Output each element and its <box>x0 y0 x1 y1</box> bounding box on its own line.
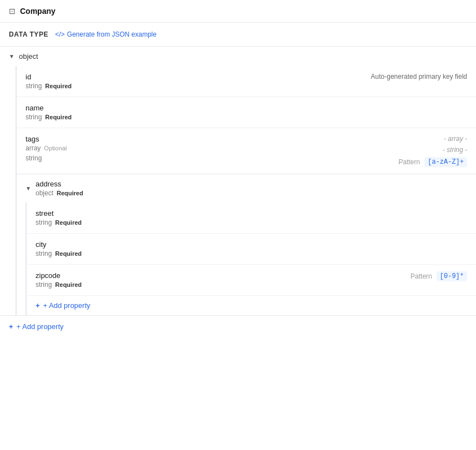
property-name-zipcode: zipcode <box>36 271 82 280</box>
property-left-id: id string Required <box>26 73 72 90</box>
property-left-name: name string Required <box>26 104 72 121</box>
property-row-tags: tags array Optional string - array - - s… <box>17 128 476 174</box>
property-name-street: street <box>36 209 82 218</box>
property-badge-tags: Optional <box>44 145 67 151</box>
property-type-street: string <box>36 219 52 226</box>
property-meta-city: string Required <box>36 250 82 257</box>
property-meta-tags: array Optional <box>26 144 67 152</box>
address-type: object <box>36 189 53 197</box>
property-badge-zipcode: Required <box>55 281 82 288</box>
tags-pattern-value: [a-zA-Z]+ <box>424 157 467 167</box>
property-left-street: street string Required <box>36 209 82 226</box>
generate-from-json-link[interactable]: </> Generate from JSON example <box>55 31 157 38</box>
property-subtype-tags: string <box>26 154 67 162</box>
address-left: address object Required <box>36 180 83 197</box>
tags-pattern-label: Pattern <box>398 158 420 166</box>
plus-icon-nested: + <box>36 301 40 310</box>
array-label: - array - <box>444 135 467 143</box>
schema-container: ▼ object id string Required Auto-generat… <box>0 47 476 337</box>
zipcode-pattern-label: Pattern <box>410 272 432 280</box>
property-meta-name: string Required <box>26 113 72 121</box>
property-row-street: street string Required <box>27 203 476 233</box>
property-row-id: id string Required Auto-generated primar… <box>17 66 476 97</box>
property-row-city: city string Required <box>27 233 476 264</box>
property-name-id: id <box>26 73 72 81</box>
code-icon: </> <box>55 31 64 38</box>
header-title: Company <box>20 7 56 16</box>
property-badge-city: Required <box>55 250 82 257</box>
zipcode-pattern-value: [0-9]* <box>437 271 467 281</box>
property-type-zipcode: string <box>36 281 52 289</box>
property-meta-zipcode: string Required <box>36 281 82 289</box>
root-object-label: object <box>19 52 38 60</box>
string-label: - string - <box>443 146 467 154</box>
address-object-row[interactable]: ▼ address object Required <box>17 174 476 203</box>
property-type-name: string <box>26 113 42 121</box>
property-type-id: string <box>26 82 42 90</box>
address-name: address <box>36 180 83 188</box>
address-add-property-label: + Add property <box>43 301 91 310</box>
outer-add-property-button[interactable]: + + Add property <box>0 315 476 337</box>
address-badge: Required <box>57 190 83 196</box>
property-right-tags: - array - - string - Pattern [a-zA-Z]+ <box>356 135 467 167</box>
address-meta: object Required <box>36 189 83 197</box>
company-icon: ⊡ <box>9 7 16 16</box>
chevron-down-icon: ▼ <box>9 53 16 59</box>
property-badge-street: Required <box>55 219 82 226</box>
root-object-row[interactable]: ▼ object <box>0 47 476 66</box>
zipcode-pattern-row: Pattern [0-9]* <box>410 271 467 281</box>
address-nested-properties: street string Required city string Requi… <box>26 203 476 315</box>
property-right-zipcode: Pattern [0-9]* <box>356 271 467 281</box>
property-type-tags: array <box>26 144 41 152</box>
auto-generated-text: Auto-generated primary key field <box>371 73 467 80</box>
property-row-zipcode: zipcode string Required Pattern [0-9]* <box>27 264 476 295</box>
property-name-tags: tags <box>26 135 67 143</box>
property-left-tags: tags array Optional string <box>26 135 67 162</box>
property-left-zipcode: zipcode string Required <box>36 271 82 289</box>
root-properties-container: id string Required Auto-generated primar… <box>16 66 476 315</box>
tags-pattern-row: Pattern [a-zA-Z]+ <box>398 157 467 167</box>
property-type-city: string <box>36 250 52 257</box>
generate-link-text: Generate from JSON example <box>67 31 157 38</box>
property-name-city: city <box>36 240 82 249</box>
property-right-id: Auto-generated primary key field <box>356 73 467 80</box>
property-badge-name: Required <box>45 114 72 120</box>
property-name-name: name <box>26 104 72 112</box>
header: ⊡ Company <box>0 0 476 23</box>
property-meta-id: string Required <box>26 82 72 90</box>
property-row-name: name string Required <box>17 97 476 128</box>
property-left-city: city string Required <box>36 240 82 257</box>
property-meta-street: string Required <box>36 219 82 226</box>
data-type-label: DATA TYPE <box>9 31 48 38</box>
property-badge-id: Required <box>45 83 72 89</box>
data-type-bar: DATA TYPE </> Generate from JSON example <box>0 23 476 47</box>
plus-icon-outer: + <box>9 322 13 331</box>
address-chevron-icon: ▼ <box>26 185 32 191</box>
address-add-property-button[interactable]: + + Add property <box>27 295 476 315</box>
outer-add-property-label: + Add property <box>17 322 64 331</box>
